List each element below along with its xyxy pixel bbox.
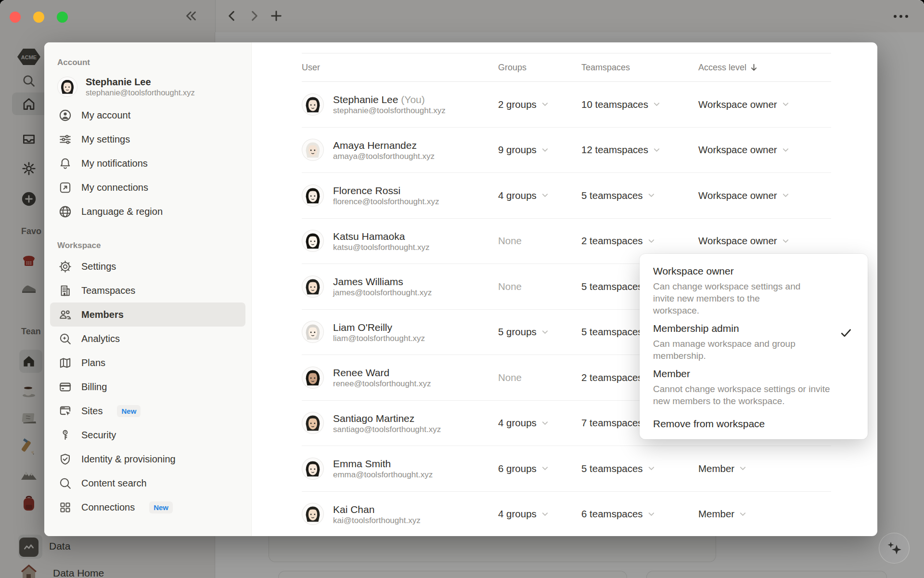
user-cell: Florence Rossiflorence@toolsforthought.x… — [302, 184, 498, 207]
column-header-teamspaces[interactable]: Teamspaces — [581, 63, 698, 73]
user-cell: Renee Wardrenee@toolsforthought.xyz — [302, 366, 498, 389]
sidebar-item-label: Analytics — [81, 333, 120, 344]
user-name: Liam O'Reilly — [333, 321, 425, 334]
sidebar-item-my-connections[interactable]: My connections — [50, 175, 245, 199]
sidebar-item-label: Settings — [81, 261, 116, 272]
sidebar-item-label: Content search — [81, 478, 147, 489]
avatar — [302, 367, 324, 389]
sidebar-item-label: Sites — [81, 406, 103, 417]
gear-icon — [58, 260, 72, 274]
sliders-icon — [58, 132, 72, 146]
account-section-header: Account — [50, 55, 245, 71]
groups-dropdown[interactable]: 5 groups — [498, 326, 550, 338]
sidebar-item-label: Security — [81, 430, 116, 441]
teamspaces-dropdown[interactable]: 5 teamspaces — [581, 463, 656, 474]
groups-cell: 2 groups — [498, 99, 581, 110]
access-level-dropdown[interactable]: Workspace owner — [698, 99, 790, 110]
sidebar-item-billing[interactable]: Billing — [50, 375, 245, 399]
access-level-dropdown[interactable]: Workspace owner — [698, 144, 790, 156]
user-email: stephanie@toolsforthought.xyz — [333, 106, 446, 116]
user-cell: Stephanie Lee (You)stephanie@toolsfortho… — [302, 93, 498, 116]
groups-cell: 5 groups — [498, 326, 581, 338]
groups-dropdown[interactable]: 4 groups — [498, 508, 550, 520]
sidebar-item-label: Language & region — [81, 206, 163, 217]
sidebar-item-sites[interactable]: SitesNew — [50, 399, 245, 423]
user-cell: Santiago Martinezsantiago@toolsforthough… — [302, 412, 498, 434]
teamspaces-dropdown[interactable]: 12 teamspaces — [581, 144, 661, 156]
access-level-dropdown[interactable]: Member — [698, 508, 747, 520]
sidebar-item-label: My connections — [81, 182, 148, 193]
user-email: florence@toolsforthought.xyz — [333, 197, 439, 207]
avatar — [302, 139, 324, 161]
app-window: ACME Favo Tean Data — [0, 0, 924, 578]
column-header-access-level[interactable]: Access level — [698, 63, 831, 73]
ai-assistant-button[interactable] — [879, 533, 910, 564]
groups-dropdown[interactable]: 6 groups — [498, 463, 550, 474]
map-icon — [58, 356, 72, 370]
groups-cell: None — [498, 281, 581, 292]
groups-cell: None — [498, 372, 581, 383]
user-name: Amaya Hernandez — [333, 139, 435, 152]
access-level-dropdown[interactable]: Workspace owner — [698, 235, 790, 247]
groups-dropdown[interactable]: 9 groups — [498, 144, 550, 156]
zoom-window-button[interactable] — [57, 12, 68, 23]
sidebar-item-label: Connections — [81, 502, 135, 513]
avatar — [302, 458, 324, 480]
avatar — [302, 184, 324, 207]
access-level-cell: Workspace owner — [698, 190, 831, 201]
access-level-cell: Workspace owner — [698, 235, 831, 247]
teamspaces-cell: 10 teamspaces — [581, 99, 698, 110]
teamspaces-dropdown[interactable]: 6 teamspaces — [581, 508, 656, 520]
sidebar-item-analytics[interactable]: Analytics — [50, 327, 245, 351]
sidebar-item-connections[interactable]: ConnectionsNew — [50, 495, 245, 519]
teamspaces-dropdown[interactable]: 2 teamspaces — [581, 235, 656, 247]
column-header-user[interactable]: User — [302, 63, 498, 73]
column-header-groups[interactable]: Groups — [498, 63, 581, 73]
access-level-dropdown[interactable]: Member — [698, 463, 747, 474]
remove-from-workspace-option[interactable]: Remove from workspace — [653, 412, 854, 430]
sort-descending-icon — [750, 63, 758, 72]
groups-cell: None — [498, 235, 581, 247]
access-level-dropdown[interactable]: Workspace owner — [698, 190, 790, 201]
user-cell: Emma Smithemma@toolsforthought.xyz — [302, 457, 498, 480]
user-name: Santiago Martinez — [333, 412, 441, 425]
sidebar-item-settings[interactable]: Settings — [50, 254, 245, 278]
minimize-window-button[interactable] — [33, 12, 44, 23]
profile-name: Stephanie Lee — [86, 76, 195, 88]
groups-dropdown[interactable]: 2 groups — [498, 99, 550, 110]
sidebar-item-my-settings[interactable]: My settings — [50, 127, 245, 151]
option-membership-admin[interactable]: Membership admin Can manage workspace an… — [653, 321, 854, 367]
sidebar-item-members[interactable]: Members — [50, 302, 245, 327]
table-row: Stephanie Lee (You)stephanie@toolsfortho… — [302, 82, 831, 128]
teamspaces-cell: 12 teamspaces — [581, 144, 698, 156]
option-workspace-owner[interactable]: Workspace owner Can change workspace set… — [653, 264, 854, 321]
avatar — [302, 93, 324, 116]
user-name: Emma Smith — [333, 457, 433, 470]
avatar — [302, 276, 324, 298]
sidebar-item-my-account[interactable]: My account — [50, 103, 245, 127]
teamspaces-dropdown[interactable]: 5 teamspaces — [581, 190, 656, 201]
sidebar-item-security[interactable]: Security — [50, 423, 245, 447]
sidebar-item-label: Members — [81, 309, 124, 320]
groups-cell: 6 groups — [498, 463, 581, 474]
avatar — [302, 230, 324, 252]
sidebar-item-my-notifications[interactable]: My notifications — [50, 151, 245, 175]
user-name: Renee Ward — [333, 366, 431, 379]
sidebar-item-content-search[interactable]: Content search — [50, 471, 245, 495]
groups-dropdown[interactable]: 4 groups — [498, 190, 550, 201]
user-cell: Amaya Hernandezamaya@toolsforthought.xyz — [302, 139, 498, 161]
teamspaces-dropdown[interactable]: 10 teamspaces — [581, 99, 661, 110]
settings-nav: Account Stephanie Lee stephanie@toolsfor… — [44, 42, 252, 536]
nav-profile[interactable]: Stephanie Lee stephanie@toolsforthought.… — [50, 71, 245, 103]
option-member[interactable]: Member Cannot change workspace settings … — [653, 367, 854, 412]
sidebar-item-plans[interactable]: Plans — [50, 351, 245, 375]
close-window-button[interactable] — [10, 12, 21, 23]
groups-dropdown[interactable]: 4 groups — [498, 417, 550, 429]
groups-none: None — [498, 372, 522, 383]
access-level-cell: Workspace owner — [698, 99, 831, 110]
sidebar-item-label: Plans — [81, 357, 105, 368]
sidebar-item-language-region[interactable]: Language & region — [50, 199, 245, 223]
sidebar-item-teamspaces[interactable]: Teamspaces — [50, 278, 245, 302]
user-cell: James Williamsjames@toolsforthought.xyz — [302, 275, 498, 298]
sidebar-item-identity-provisioning[interactable]: Identity & provisioning — [50, 447, 245, 471]
